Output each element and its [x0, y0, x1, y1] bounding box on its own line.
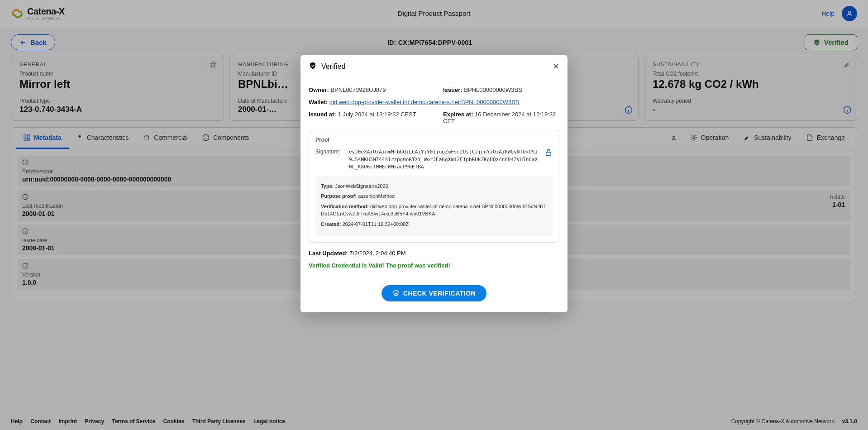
signature-value: eyJ0eXAiOiAidmMrbGQiLCAiYjY0IjogZmFsc2Us… [349, 148, 538, 171]
verification-modal: Verified ✕ Owner: BPNL0073928UJ879 Issue… [300, 55, 568, 300]
proof-details: Type: JsonWebSignature2020 Purpose proof… [315, 177, 553, 236]
refresh-shield-icon [392, 290, 400, 297]
close-button[interactable]: ✕ [553, 62, 559, 71]
svg-rect-14 [546, 152, 551, 156]
last-updated: 7/2/2024, 2:04:40 PM [349, 250, 405, 257]
lock-icon[interactable] [544, 148, 553, 158]
modal-overlay[interactable]: Verified ✕ Owner: BPNL0073928UJ879 Issue… [0, 0, 868, 300]
proof-box: Proof Signature: eyJ0eXAiOiAidmMrbGQiLCA… [309, 130, 559, 243]
wallet-link[interactable]: did:web:dpp-provider-wallet.int.demo.cat… [329, 99, 520, 105]
shield-check-icon [309, 62, 317, 72]
proof-heading: Proof [315, 137, 553, 143]
validation-message: Verified Credential is Valid! The proof … [309, 262, 559, 269]
owner-value: BPNL0073928UJ879 [330, 86, 386, 93]
modal-title: Verified [321, 62, 345, 71]
modal-body: Owner: BPNL0073928UJ879 Issuer: BPNL0000… [300, 78, 568, 300]
issuer-value: BPNL00000000W3BS [464, 86, 522, 93]
check-verification-button[interactable]: CHECK VERIFICATION [382, 285, 486, 300]
issued-at: 1 July 2024 at 13:19:32 CEST [338, 111, 416, 118]
modal-header: Verified ✕ [300, 55, 568, 78]
